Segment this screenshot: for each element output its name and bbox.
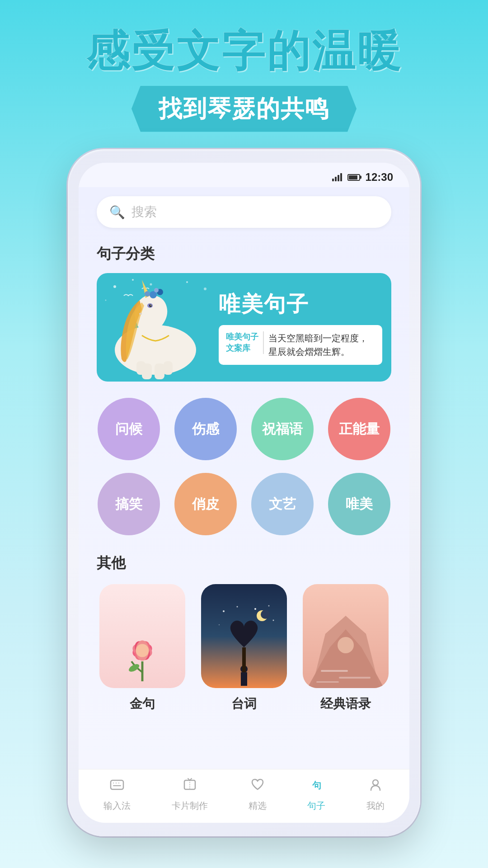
svg-point-2 bbox=[150, 283, 152, 286]
banner-content: 唯美句子 唯美句子文案库 当天空黑暗到一定程度， 星辰就会熠熠生辉。 bbox=[214, 281, 391, 374]
banner-quote-label: 唯美句子文案库 bbox=[226, 331, 264, 354]
other-label-golden: 金句 bbox=[130, 695, 155, 712]
nav-item-mine[interactable]: 我的 bbox=[366, 777, 385, 812]
svg-point-12 bbox=[145, 291, 150, 297]
svg-point-5 bbox=[105, 300, 107, 301]
svg-point-1 bbox=[132, 279, 134, 281]
nav-icon-sentence: 句 bbox=[308, 777, 324, 797]
bottom-nav: 输入法 卡片制作 精选 句 句子 我的 bbox=[79, 769, 409, 823]
svg-rect-16 bbox=[136, 361, 145, 375]
svg-point-50 bbox=[373, 780, 378, 785]
nav-icon-picks bbox=[249, 777, 266, 797]
other-img-golden bbox=[99, 584, 185, 688]
circle-btn-funny[interactable]: 搞笑 bbox=[98, 473, 160, 535]
circle-btn-aesthetic[interactable]: 唯美 bbox=[328, 473, 390, 535]
other-item-golden[interactable]: 金句 bbox=[97, 584, 188, 712]
nav-label-mine: 我的 bbox=[366, 800, 385, 812]
other-section-title: 其他 bbox=[97, 553, 391, 573]
svg-point-8 bbox=[149, 304, 152, 307]
nav-item-card[interactable]: 卡片制作 bbox=[172, 777, 208, 812]
circle-btn-literary[interactable]: 文艺 bbox=[251, 473, 314, 535]
nav-item-sentence[interactable]: 句 句子 bbox=[307, 777, 325, 812]
nav-label-card: 卡片制作 bbox=[172, 800, 208, 812]
signal-icon bbox=[332, 173, 342, 181]
category-positive[interactable]: 正能量 bbox=[327, 398, 391, 460]
svg-rect-15 bbox=[155, 363, 164, 379]
circle-btn-greeting[interactable]: 问候 bbox=[98, 398, 160, 460]
other-item-classics[interactable]: 经典语录 bbox=[300, 584, 391, 712]
svg-point-38 bbox=[338, 637, 354, 653]
nav-icon-input bbox=[109, 777, 125, 797]
phone-outer: 12:30 🔍 搜索 句子分类 bbox=[68, 149, 420, 836]
svg-point-32 bbox=[254, 608, 256, 610]
status-time: 12:30 bbox=[366, 171, 393, 184]
phone-mockup: 12:30 🔍 搜索 句子分类 bbox=[68, 149, 420, 836]
svg-text:句: 句 bbox=[312, 780, 321, 790]
svg-point-3 bbox=[186, 281, 188, 283]
other-img-classics bbox=[303, 584, 389, 688]
category-literary[interactable]: 文艺 bbox=[250, 473, 314, 535]
category-blessing[interactable]: 祝福语 bbox=[250, 398, 314, 460]
other-img-dialogue bbox=[201, 584, 287, 688]
svg-rect-39 bbox=[321, 670, 348, 672]
category-sad[interactable]: 伤感 bbox=[174, 398, 238, 460]
svg-point-33 bbox=[268, 605, 269, 607]
category-greeting[interactable]: 问候 bbox=[97, 398, 161, 460]
nav-item-input[interactable]: 输入法 bbox=[103, 777, 131, 812]
battery-icon bbox=[347, 174, 360, 181]
svg-point-13 bbox=[154, 288, 159, 292]
status-bar: 12:30 bbox=[79, 163, 409, 187]
nav-icon-mine bbox=[367, 777, 384, 797]
circle-btn-cute[interactable]: 俏皮 bbox=[174, 473, 237, 535]
svg-rect-42 bbox=[111, 780, 123, 789]
search-icon: 🔍 bbox=[109, 205, 125, 220]
hero-title: 感受文字的温暖 bbox=[27, 27, 461, 75]
svg-rect-17 bbox=[164, 361, 173, 375]
svg-point-25 bbox=[136, 644, 149, 657]
svg-point-9 bbox=[150, 305, 151, 306]
hero-subtitle: 找到琴瑟的共鸣 bbox=[131, 86, 357, 132]
svg-rect-41 bbox=[316, 681, 339, 683]
banner-quote-text: 当天空黑暗到一定程度， 星辰就会熠熠生辉。 bbox=[268, 331, 375, 359]
category-aesthetic[interactable]: 唯美 bbox=[327, 473, 391, 535]
other-item-dialogue[interactable]: 台词 bbox=[198, 584, 289, 712]
other-label-classics: 经典语录 bbox=[320, 695, 371, 712]
nav-label-picks: 精选 bbox=[249, 800, 267, 812]
svg-point-34 bbox=[219, 624, 220, 625]
svg-point-37 bbox=[261, 610, 270, 619]
nav-item-picks[interactable]: 精选 bbox=[249, 777, 267, 812]
search-input[interactable]: 搜索 bbox=[131, 203, 157, 221]
svg-rect-40 bbox=[339, 677, 371, 679]
banner-quote: 唯美句子文案库 当天空黑暗到一定程度， 星辰就会熠熠生辉。 bbox=[219, 325, 382, 365]
phone-screen: 12:30 🔍 搜索 句子分类 bbox=[79, 163, 409, 823]
banner-card[interactable]: 唯美句子 唯美句子文案库 当天空黑暗到一定程度， 星辰就会熠熠生辉。 bbox=[97, 273, 391, 382]
circle-btn-positive[interactable]: 正能量 bbox=[328, 398, 390, 460]
screen-content[interactable]: 🔍 搜索 句子分类 bbox=[79, 187, 409, 769]
unicorn-image bbox=[97, 273, 214, 382]
banner-title: 唯美句子 bbox=[219, 290, 382, 319]
svg-rect-29 bbox=[242, 647, 246, 672]
nav-label-sentence: 句子 bbox=[307, 800, 325, 812]
svg-point-18 bbox=[139, 313, 142, 315]
svg-point-30 bbox=[223, 610, 225, 612]
category-section-title: 句子分类 bbox=[97, 244, 391, 264]
other-label-dialogue: 台词 bbox=[231, 695, 257, 712]
category-grid: 问候伤感祝福语正能量搞笑俏皮文艺唯美 bbox=[97, 398, 391, 535]
circle-btn-blessing[interactable]: 祝福语 bbox=[251, 398, 314, 460]
category-funny[interactable]: 搞笑 bbox=[97, 473, 161, 535]
nav-label-input: 输入法 bbox=[103, 800, 131, 812]
svg-point-35 bbox=[272, 620, 274, 621]
circle-btn-sad[interactable]: 伤感 bbox=[174, 398, 237, 460]
svg-point-31 bbox=[236, 606, 238, 608]
category-cute[interactable]: 俏皮 bbox=[174, 473, 238, 535]
other-grid: 金句 台词 bbox=[97, 584, 391, 712]
svg-point-0 bbox=[113, 285, 116, 288]
svg-point-4 bbox=[204, 288, 206, 290]
svg-rect-27 bbox=[241, 672, 247, 686]
nav-icon-card bbox=[182, 777, 198, 797]
hero-section: 感受文字的温暖 找到琴瑟的共鸣 bbox=[0, 0, 488, 146]
search-bar[interactable]: 🔍 搜索 bbox=[97, 196, 391, 228]
